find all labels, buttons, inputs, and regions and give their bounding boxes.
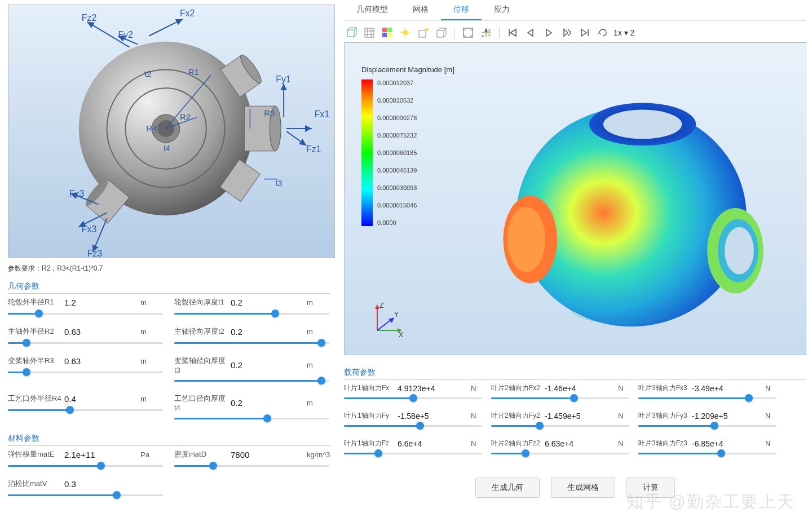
viewer-toolbar: zxy 1x ▾ 2 <box>344 23 806 42</box>
load-value: -1.58e+5 <box>398 412 448 421</box>
load-value: -3.49e+4 <box>692 384 743 393</box>
svg-rect-25 <box>347 30 354 37</box>
load-value: 6.6e+4 <box>398 439 448 448</box>
wire-cube-icon[interactable] <box>434 25 449 40</box>
svg-rect-38 <box>437 30 444 37</box>
param-slider[interactable] <box>8 338 163 350</box>
param-row: 工艺口外半径R4 0.4 m <box>8 394 163 404</box>
load-slider[interactable] <box>638 421 776 432</box>
load-value: -1.46e+4 <box>545 384 595 393</box>
load-unit: N <box>471 439 482 448</box>
axis-triad: Z Y X <box>367 302 407 343</box>
param-unit: m <box>307 328 329 336</box>
load-slider[interactable] <box>344 393 482 404</box>
param-slider[interactable] <box>174 308 329 321</box>
load-value: -6.85e+4 <box>692 439 743 448</box>
svg-text:x: x <box>482 33 484 38</box>
load-unit: N <box>618 412 629 420</box>
tab-网格[interactable]: 网格 <box>400 0 441 20</box>
param-value: 0.2 <box>231 360 276 370</box>
label-r4: R4 <box>146 123 157 133</box>
play-icon[interactable] <box>541 25 556 40</box>
param-label: 弹性模量matE <box>8 449 64 459</box>
load-value: -1.459e+5 <box>545 412 595 421</box>
label-fx1: Fx1 <box>315 109 330 119</box>
param-unit: m <box>140 395 163 403</box>
compute-button[interactable]: 计算 <box>626 478 675 498</box>
param-slider[interactable] <box>8 308 163 321</box>
last-icon[interactable] <box>577 25 592 40</box>
load-slider[interactable] <box>491 421 629 432</box>
svg-rect-26 <box>365 28 374 37</box>
param-row: 弹性模量matE 2.1e+11 Pa <box>8 449 163 459</box>
load-slider[interactable] <box>344 448 482 459</box>
param-row: 工艺口径向厚度t4 0.2 m <box>174 394 329 412</box>
load-row: 叶片2轴向力Fz2 6.63e+4 N <box>491 439 629 448</box>
tab-位移[interactable]: 位移 <box>441 0 482 20</box>
light-icon[interactable] <box>398 25 413 40</box>
tab-应力[interactable]: 应力 <box>482 0 522 20</box>
load-slider[interactable] <box>638 393 776 404</box>
label-fy1: Fy1 <box>276 74 291 84</box>
load-unit: N <box>765 439 776 448</box>
param-label: 密度matD <box>174 449 231 459</box>
param-slider[interactable] <box>174 461 329 473</box>
param-slider[interactable] <box>8 461 163 473</box>
param-unit: m <box>307 298 329 307</box>
generate-mesh-button[interactable]: 生成网格 <box>551 478 615 498</box>
simulation-viewport[interactable]: Displacement Magnitude [m] 0.0000120370.… <box>344 42 806 355</box>
svg-line-20 <box>93 218 107 252</box>
section-title-load: 载荷参数 <box>344 368 806 380</box>
load-unit: N <box>618 439 629 448</box>
param-slider[interactable] <box>8 405 163 417</box>
load-unit: N <box>471 412 482 420</box>
param-slider[interactable] <box>174 338 329 350</box>
svg-line-14 <box>286 131 306 145</box>
load-slider[interactable] <box>491 448 629 459</box>
svg-point-37 <box>425 28 429 31</box>
param-slider[interactable] <box>174 413 329 426</box>
label-fx2: Fx2 <box>180 8 195 18</box>
param-value: 0.4 <box>64 394 109 404</box>
first-icon[interactable] <box>505 25 520 40</box>
wire-light-icon[interactable] <box>416 25 431 40</box>
param-slider[interactable] <box>8 367 163 379</box>
label-r1: R1 <box>188 67 199 77</box>
param-row: 变桨轴径向厚度t3 0.2 m <box>174 356 329 374</box>
load-slider[interactable] <box>491 393 629 404</box>
load-label: 叶片1轴向力Fy <box>344 411 398 421</box>
loop-icon[interactable] <box>595 25 610 40</box>
label-fx3: Fx3 <box>82 224 97 234</box>
svg-line-15 <box>149 19 183 36</box>
param-slider[interactable] <box>8 490 163 502</box>
load-slider[interactable] <box>344 421 482 432</box>
fit-icon[interactable] <box>461 25 475 40</box>
param-value: 0.2 <box>231 327 276 337</box>
param-slider[interactable] <box>174 375 329 388</box>
cube-icon[interactable] <box>344 25 359 40</box>
param-row: 密度matD 7800 kg/m^3 <box>174 449 329 459</box>
palette-icon[interactable] <box>380 25 395 40</box>
load-slider[interactable] <box>638 448 776 459</box>
param-label: 轮毂径向厚度t1 <box>174 297 231 307</box>
axis-icon[interactable]: zxy <box>479 25 493 40</box>
label-t2: t2 <box>144 69 151 78</box>
prev-icon[interactable] <box>523 25 538 40</box>
param-unit: m <box>307 361 329 369</box>
param-row: 泊松比matV 0.3 <box>8 479 163 489</box>
param-label: 泊松比matV <box>8 479 64 489</box>
tab-几何模型[interactable]: 几何模型 <box>344 0 400 20</box>
svg-point-50 <box>725 227 754 275</box>
param-requirement: 参数要求：R2，R3<(R1-t1)*0.7 <box>8 264 330 273</box>
playback-speed[interactable]: 1x ▾ 2 <box>614 28 634 37</box>
load-label: 叶片1轴向力Fz <box>344 439 398 448</box>
param-unit: m <box>307 399 329 407</box>
next-icon[interactable] <box>559 25 574 40</box>
param-row: 主轴径向厚度t2 0.2 m <box>174 326 329 337</box>
grid-icon[interactable] <box>362 25 377 40</box>
param-value: 2.1e+11 <box>64 450 109 459</box>
generate-geometry-button[interactable]: 生成几何 <box>475 478 540 498</box>
param-label: 主轴外半径R2 <box>8 326 64 337</box>
cad-viewport[interactable]: Fx1 Fy1 Fz1 Fx2 Fy2 Fz2 Fy3 Fx3 Fz3 R1 <box>8 5 335 258</box>
param-row: 变桨轴外半R3 0.63 m <box>8 356 163 366</box>
